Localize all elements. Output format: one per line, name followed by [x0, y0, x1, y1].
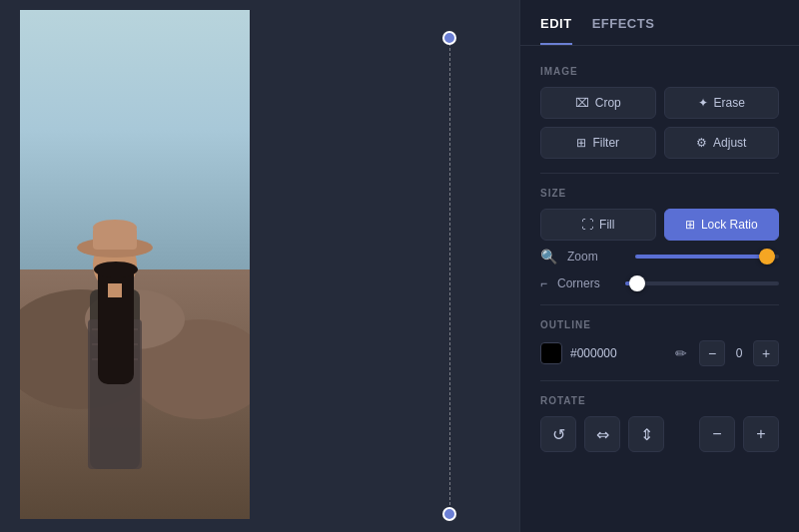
zoom-slider[interactable] — [635, 255, 779, 259]
edit-panel: EDIT EFFECTS IMAGE ⌧ Crop ✦ Erase ⊞ Filt… — [519, 0, 799, 532]
svg-rect-15 — [93, 228, 137, 250]
rotate-ccw-icon: ↺ — [552, 425, 565, 444]
eyedropper-button[interactable]: ✏ — [671, 341, 691, 365]
size-section: SIZE ⛶ Fill ⊞ Lock Ratio — [540, 188, 779, 241]
corners-slider[interactable] — [625, 281, 779, 285]
rotate-row: ↺ ⇔ ⇕ − + — [540, 416, 779, 452]
fill-button[interactable]: ⛶ Fill — [540, 209, 656, 241]
rotate-minus-icon: − — [712, 425, 721, 443]
outline-color-hex: #000000 — [570, 346, 663, 360]
zoom-label: Zoom — [567, 250, 625, 264]
image-section-label: IMAGE — [540, 66, 779, 77]
rotate-minus-button[interactable]: − — [699, 416, 735, 452]
eyedropper-icon: ✏ — [675, 345, 687, 361]
outline-row: #000000 ✏ − 0 + — [540, 340, 779, 366]
erase-button[interactable]: ✦ Erase — [664, 87, 780, 119]
corner-icon: ⌐ — [540, 276, 547, 290]
crop-handle-top[interactable] — [442, 31, 456, 45]
crop-button[interactable]: ⌧ Crop — [540, 87, 656, 119]
filter-button[interactable]: ⊞ Filter — [540, 127, 656, 159]
image-tools-row-2: ⊞ Filter ⚙ Adjust — [540, 127, 779, 159]
corners-row: ⌐ Corners — [540, 276, 779, 290]
rotate-ccw-button[interactable]: ↺ — [540, 416, 576, 452]
svg-rect-11 — [98, 265, 134, 384]
crop-guideline — [449, 38, 450, 515]
outline-decrease-button[interactable]: − — [699, 340, 725, 366]
zoom-icon: 🔍 — [540, 249, 557, 265]
lock-ratio-button[interactable]: ⊞ Lock Ratio — [664, 209, 780, 241]
crop-icon: ⌧ — [575, 96, 589, 110]
tab-effects[interactable]: EFFECTS — [592, 16, 655, 45]
size-section-label: SIZE — [540, 188, 779, 199]
svg-point-12 — [94, 262, 138, 277]
lock-ratio-icon: ⊞ — [685, 218, 695, 232]
outline-controls: − 0 + — [699, 340, 779, 366]
flip-vertical-button[interactable]: ⇕ — [628, 416, 664, 452]
rotate-section-label: ROTATE — [540, 395, 779, 406]
rotate-plus-button[interactable]: + — [743, 416, 779, 452]
erase-icon: ✦ — [698, 96, 708, 110]
fill-icon: ⛶ — [581, 218, 593, 232]
rotate-plus-icon: + — [756, 425, 765, 443]
adjust-icon: ⚙ — [696, 136, 707, 150]
outline-color-swatch[interactable] — [540, 342, 562, 364]
filter-icon: ⊞ — [576, 136, 586, 150]
flip-horizontal-button[interactable]: ⇔ — [584, 416, 620, 452]
divider-1 — [540, 173, 779, 174]
flip-v-icon: ⇕ — [640, 425, 653, 444]
tab-edit[interactable]: EDIT — [540, 16, 572, 45]
corners-thumb[interactable] — [629, 275, 645, 291]
divider-3 — [540, 380, 779, 381]
crop-handle-bottom[interactable] — [442, 507, 456, 521]
zoom-thumb[interactable] — [759, 249, 775, 265]
corners-label: Corners — [557, 276, 615, 290]
divider-2 — [540, 304, 779, 305]
tab-bar: EDIT EFFECTS — [520, 0, 799, 46]
flip-h-icon: ⇔ — [596, 425, 609, 444]
outline-section-label: OUTLINE — [540, 319, 779, 330]
image-tools-row-1: ⌧ Crop ✦ Erase — [540, 87, 779, 119]
outline-value: 0 — [731, 346, 747, 360]
panel-content: IMAGE ⌧ Crop ✦ Erase ⊞ Filter ⚙ Adjust — [520, 46, 799, 532]
zoom-fill — [635, 255, 767, 259]
photo-image — [20, 10, 250, 519]
outline-increase-button[interactable]: + — [753, 340, 779, 366]
svg-rect-16 — [108, 283, 122, 297]
canvas-area — [0, 0, 519, 532]
image-container — [20, 10, 250, 519]
adjust-button[interactable]: ⚙ Adjust — [664, 127, 780, 159]
size-buttons-row: ⛶ Fill ⊞ Lock Ratio — [540, 209, 779, 241]
zoom-row: 🔍 Zoom — [540, 249, 779, 265]
